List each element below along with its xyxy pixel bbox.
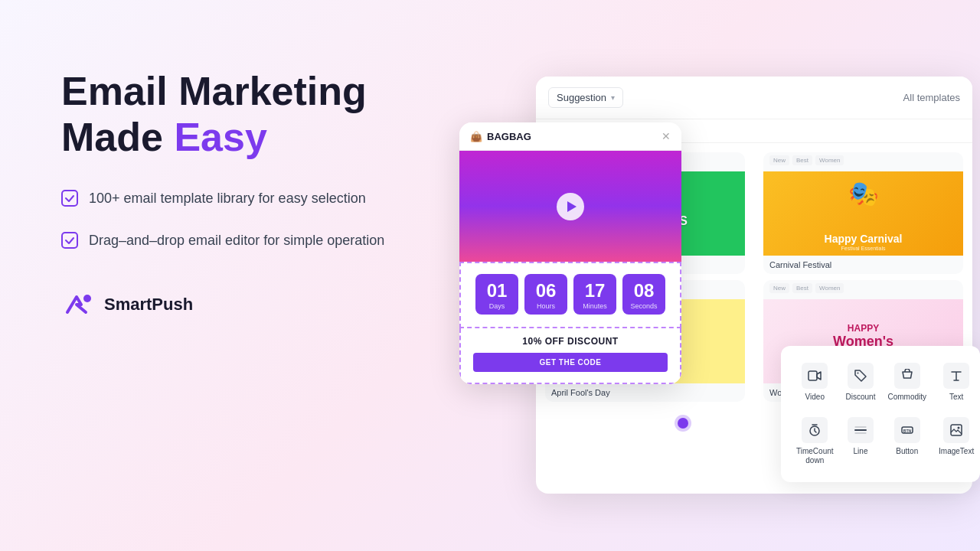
toolbar-label-text: Text (949, 393, 963, 402)
svg-rect-1 (62, 233, 77, 248)
play-button[interactable] (557, 193, 584, 220)
svg-rect-0 (62, 191, 77, 206)
check-icon-1 (61, 190, 78, 207)
all-templates-label: All templates (903, 92, 960, 103)
toolbar-item-text[interactable]: Text (936, 358, 977, 406)
brand-name: SmartPush (104, 295, 193, 315)
chevron-down-icon: ▾ (611, 93, 615, 102)
feature-text-1: 100+ email template library for easy sel… (89, 188, 366, 209)
brand-logo: SmartPush (61, 288, 429, 321)
toolbar-item-imagetext[interactable]: ImageText (936, 412, 977, 470)
toolbar-item-video[interactable]: Video (793, 358, 837, 406)
line-icon (848, 417, 874, 443)
email-brand: 👜 BAGBAG (470, 131, 531, 142)
toolbar-label-discount: Discount (846, 393, 876, 402)
toolbar-label-commodity: Commodity (887, 393, 926, 402)
feature-text-2: Drag–and–drop email editor for simple op… (89, 230, 384, 251)
close-icon[interactable]: ✕ (662, 130, 671, 142)
countdown-hours: 06 Hours (524, 274, 567, 315)
feature-item-1: 100+ email template library for easy sel… (61, 188, 429, 209)
toolbar-item-discount[interactable]: Discount (843, 358, 879, 406)
bag-icon: 👜 (470, 131, 482, 142)
toolbar-label-line: Line (854, 447, 868, 456)
toolbar-panel: Video Discount Commodi (781, 346, 980, 482)
toolbar-item-timecountdown[interactable]: TimeCount down (793, 412, 837, 470)
countdown-row: 01 Days 06 Hours 17 Minutes 08 Seconds (470, 274, 671, 315)
connector-dot (678, 418, 688, 429)
svg-text:BTN: BTN (903, 429, 912, 433)
main-headline: Email Marketing Made Easy (61, 69, 429, 161)
countdown-section: 01 Days 06 Hours 17 Minutes 08 Seconds (459, 262, 681, 328)
svg-point-4 (858, 373, 859, 374)
template-name-carnival: Carnival Festival (763, 256, 963, 274)
carnival-title: Happy Carnival (825, 233, 903, 245)
toolbar-label-timecountdown: TimeCount down (796, 447, 834, 465)
imagetext-icon (943, 417, 969, 443)
discount-section: 10% OFF DISCOUNT GET THE CODE (459, 328, 681, 384)
get-code-button[interactable]: GET THE CODE (473, 353, 668, 372)
toolbar-label-button: Button (896, 447, 918, 456)
template-name-april: April Fool's Day (545, 383, 745, 402)
discount-icon (848, 363, 874, 389)
features-list: 100+ email template library for easy sel… (61, 188, 429, 251)
suggestion-dropdown[interactable]: Suggestion ▾ (548, 87, 623, 108)
svg-point-2 (83, 295, 91, 302)
template-card-carnival[interactable]: New Best Women 🎭 Happy Carnival Festival… (763, 152, 963, 274)
toolbar-label-imagetext: ImageText (939, 447, 974, 456)
toolbar-grid: Video Discount Commodi (793, 358, 968, 470)
toolbar-label-video: Video (805, 393, 825, 402)
timecountdown-icon (802, 417, 828, 443)
video-icon (802, 363, 828, 389)
text-icon (943, 363, 969, 389)
email-hero-image (459, 151, 681, 262)
smartpush-logo-icon (61, 288, 95, 321)
discount-title: 10% OFF DISCOUNT (473, 336, 668, 347)
toolbar-item-button[interactable]: BTN Button (884, 412, 929, 470)
countdown-days: 01 Days (475, 274, 518, 315)
countdown-minutes: 17 Minutes (573, 274, 616, 315)
commodity-icon (894, 363, 920, 389)
right-panel: Suggestion ▾ All templates Popular theme… (459, 77, 980, 505)
email-preview: 👜 BAGBAG ✕ 01 Days 06 Hours 17 (459, 122, 681, 384)
email-header: 👜 BAGBAG ✕ (459, 122, 681, 151)
svg-rect-3 (808, 371, 817, 380)
left-section: Email Marketing Made Easy 100+ email tem… (61, 69, 429, 321)
template-img-carnival: 🎭 Happy Carnival Festival Essentials (763, 171, 963, 256)
toolbar-item-commodity[interactable]: Commodity (884, 358, 929, 406)
app-top-bar: Suggestion ▾ All templates (536, 77, 972, 119)
svg-rect-8 (951, 425, 962, 435)
feature-item-2: Drag–and–drop email editor for simple op… (61, 230, 429, 251)
countdown-seconds: 08 Seconds (622, 274, 665, 315)
check-icon-2 (61, 232, 78, 249)
button-icon: BTN (894, 417, 920, 443)
svg-point-9 (958, 427, 960, 429)
toolbar-item-line[interactable]: Line (843, 412, 879, 470)
